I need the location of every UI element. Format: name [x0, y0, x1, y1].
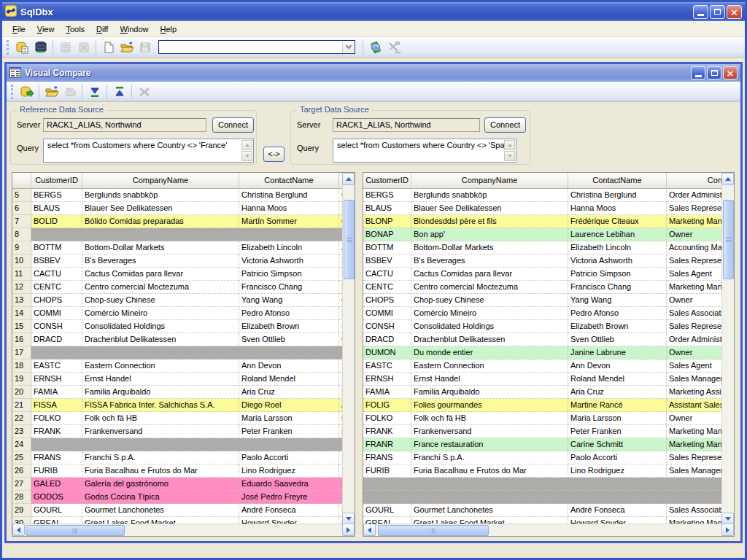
grid-cell[interactable]: FURIB [363, 464, 411, 478]
grid-cell[interactable]: Pedro Afonso [568, 307, 667, 320]
table-row[interactable]: DUMONDu monde entierJanine LabruneOwner [363, 346, 723, 359]
grid-cell[interactable]: Sales Agent [667, 359, 723, 373]
target-query-input[interactable]: select *from Customers where Country <> … [333, 139, 516, 163]
grid-cell[interactable]: Furia Bacalhau e Frutos do Mar [82, 464, 239, 478]
grid-cell[interactable]: FRANK [363, 425, 411, 438]
grid-cell[interactable]: Folk och fä HB [411, 412, 568, 425]
column-header-companyname[interactable]: CompanyName [411, 173, 568, 189]
grid-cell[interactable]: Galería del gastrónomo [82, 478, 239, 491]
grid-cell[interactable]: Christina Berglund [568, 189, 667, 202]
grid-cell[interactable]: Du monde entier [411, 346, 568, 359]
grid-cell[interactable]: Sales Representative [667, 320, 723, 333]
grid-cell[interactable]: Lino Rodriguez [239, 464, 339, 478]
grid-cell[interactable]: B's Beverages [411, 254, 568, 268]
table-row[interactable]: CACTUCactus Comidas para llevarPatricio … [363, 268, 723, 281]
target-grid-horizontal-scrollbar[interactable] [363, 524, 734, 536]
table-row[interactable]: EASTCEastern ConnectionAnn DevonSales Ag… [363, 359, 723, 373]
grid-cell[interactable]: Diego Roel [239, 399, 339, 412]
horizontal-scroll-thumb[interactable] [26, 525, 125, 536]
grid-cell[interactable]: FRANS [31, 451, 82, 464]
grid-cell[interactable]: COMMI [363, 307, 411, 320]
reference-grid-vertical-scrollbar[interactable] [342, 173, 355, 525]
reference-server-field[interactable]: RACK1_ALIAS, Northwind [43, 118, 206, 132]
grid-cell[interactable]: Frankenversand [411, 425, 568, 438]
table-row[interactable]: 18EASTCEastern ConnectionAnn DevonSales … [12, 359, 344, 373]
grid-cell[interactable]: Eastern Connection [82, 359, 239, 373]
grid-cell[interactable]: GALED [31, 478, 82, 491]
grid-cell[interactable]: FISSA [31, 399, 82, 412]
table-row[interactable]: 5BERGSBerglunds snabbköpChristina Berglu… [12, 189, 344, 202]
grid-cell[interactable]: Frédérique Citeaux [568, 215, 667, 228]
grid-cell[interactable]: Maria Larsson [568, 412, 667, 425]
open-file-icon[interactable] [117, 39, 136, 55]
grid-cell[interactable]: GREAL [31, 517, 82, 524]
close-button[interactable]: × [727, 5, 742, 19]
main-titlebar[interactable]: SqlDbx × [2, 2, 745, 21]
grid-cell[interactable]: André Fonseca [239, 504, 339, 517]
grid-cell[interactable]: CHOPS [31, 294, 82, 307]
minimize-button[interactable] [693, 5, 708, 19]
swap-datasources-button[interactable]: <-> [263, 147, 285, 162]
reference-query-input[interactable]: select *from Customers where Country <> … [43, 139, 254, 163]
grid-cell[interactable]: Familia Arquibaldo [82, 386, 239, 399]
grid-cell[interactable]: BERGS [31, 189, 82, 202]
table-row[interactable]: 23FRANKFrankenversandPeter FrankenMarket… [12, 425, 344, 438]
grid-cell[interactable]: Carine Schmitt [568, 438, 667, 451]
grid-cell[interactable]: CACTU [31, 268, 82, 281]
table-row[interactable]: DRACDDrachenblut DelikatessenSven Ottlie… [363, 333, 723, 346]
table-row[interactable]: 30GREALGreat Lakes Food MarketHoward Sny… [12, 517, 344, 524]
table-row[interactable]: GOURLGourmet LanchonetesAndré FonsecaSal… [363, 504, 723, 517]
menu-item-help[interactable]: Help [155, 23, 183, 36]
table-row[interactable]: 27GALEDGalería del gastrónomoEduardo Saa… [12, 478, 344, 491]
missing-row-filler[interactable] [363, 478, 723, 491]
table-row[interactable]: FRANKFrankenversandPeter FrankenMarketin… [363, 425, 723, 438]
grid-cell[interactable]: Elizabeth Lincoln [239, 241, 339, 254]
grid-cell[interactable]: Gourmet Lanchonetes [411, 504, 568, 517]
grid-cell[interactable]: CHOPS [363, 294, 411, 307]
grid-cell[interactable]: Godos Cocina Típica [82, 491, 239, 504]
toolbar-grip[interactable] [7, 40, 10, 55]
grid-cell[interactable]: Centro comercial Moctezuma [411, 281, 568, 294]
save-disabled-icon[interactable] [136, 39, 154, 55]
grid-cell[interactable]: Berglunds snabbköp [82, 189, 239, 202]
spin-down-icon[interactable] [241, 151, 252, 161]
target-connect-button[interactable]: Connect [484, 117, 526, 133]
table-row[interactable]: 24 [12, 438, 344, 451]
target-query-spinner[interactable] [504, 140, 515, 162]
grid-cell[interactable]: Sven Ottlieb [568, 333, 667, 346]
grid-cell[interactable]: Marketing Manager [667, 425, 723, 438]
scroll-left-icon[interactable] [12, 524, 25, 536]
grid-cell[interactable]: Folies gourmandes [411, 399, 568, 412]
grid-cell[interactable]: CACTU [363, 268, 411, 281]
table-row[interactable]: BSBEVB's BeveragesVictoria AshworthSales… [363, 254, 723, 268]
table-row[interactable]: FOLIGFolies gourmandesMartine RancéAssis… [363, 399, 723, 412]
scroll-right-icon[interactable] [342, 524, 355, 536]
grid-cell[interactable]: Marketing Manager [667, 517, 723, 524]
grid-cell[interactable]: Eduardo Saavedra [239, 478, 339, 491]
table-row[interactable]: 20FAMIAFamilia ArquibaldoAria CruzMarket… [12, 386, 344, 399]
grid-cell[interactable]: Frankenversand [82, 425, 239, 438]
spin-up-icon[interactable] [241, 140, 252, 150]
grid-cell[interactable]: Maria Larsson [239, 412, 339, 425]
grid-cell[interactable]: Great Lakes Food Market [411, 517, 568, 524]
grid-cell[interactable]: Paolo Accorti [568, 451, 667, 464]
missing-row-filler[interactable] [363, 491, 723, 504]
table-row[interactable]: BOTTMBottom-Dollar MarketsElizabeth Linc… [363, 241, 723, 254]
grid-cell[interactable]: FAMIA [363, 386, 411, 399]
target-server-field[interactable]: RACK1_ALIAS, Northwind [333, 118, 480, 132]
table-row[interactable]: 19ERNSHErnst HandelRoland MendelSales Ma… [12, 373, 344, 386]
grid-cell[interactable]: Sales Representative [667, 451, 723, 464]
grid-cell[interactable]: Janine Labrune [568, 346, 667, 359]
table-row[interactable]: 13CHOPSChop-suey ChineseYang WangOwner [12, 294, 344, 307]
chevron-down-icon[interactable] [342, 42, 354, 52]
vc-minimize-button[interactable] [691, 66, 705, 79]
table-row[interactable]: 29GOURLGourmet LanchonetesAndré FonsecaS… [12, 504, 344, 517]
grid-cell[interactable]: Great Lakes Food Market [82, 517, 239, 524]
grid-cell[interactable]: COMMI [31, 307, 82, 320]
table-row[interactable]: 28GODOSGodos Cocina TípicaJosé Pedro Fre… [12, 491, 344, 504]
table-row[interactable]: GREALGreat Lakes Food MarketHoward Snyde… [363, 517, 723, 524]
grid-cell[interactable]: Berglunds snabbköp [411, 189, 568, 202]
grid-cell[interactable]: Owner [667, 346, 723, 359]
grid-cell[interactable]: Familia Arquibaldo [411, 386, 568, 399]
table-row[interactable]: 12CENTCCentro comercial MoctezumaFrancis… [12, 281, 344, 294]
